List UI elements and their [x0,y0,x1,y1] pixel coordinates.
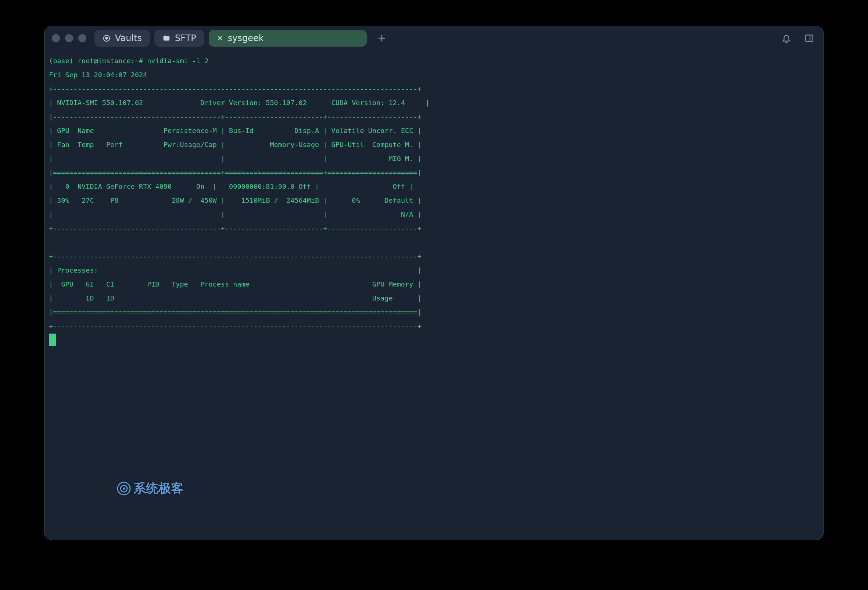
hdr-mig: MIG M. [388,155,413,162]
proc-cols-2: ID ID Usage [53,294,417,302]
minimize-window-button[interactable] [65,34,73,42]
hdr-perf: Perf [106,141,123,148]
gpu-disp: Off [298,183,310,190]
timestamp: Fri Sep 13 20:04:07 2024 [49,71,147,79]
smi-cuda: CUDA Version: 12.4 [331,99,405,106]
hdr-mem: Memory-Usage [270,141,319,148]
gpu-pwr-cap: 450W [200,196,217,204]
hdr-bus: Bus-Id [229,127,254,134]
new-tab-button[interactable] [375,31,389,45]
hdr-fan: Fan [57,141,69,148]
gpu-idx: 0 [65,183,69,190]
hdr-pwr: Pwr:Usage/Cap [164,141,217,148]
gpu-bus: 00000000:81:00.0 [229,183,294,190]
hdr-gpuutil: GPU-Util [331,141,364,148]
svg-rect-2 [806,35,813,41]
notifications-button[interactable] [779,31,794,46]
panel-toggle-button[interactable] [802,31,817,46]
close-tab-icon[interactable] [217,35,223,41]
gpu-compute: Default [384,196,413,204]
gpu-ecc: Off [393,183,405,190]
titlebar: Vaults SFTP sysgeek [44,26,824,50]
vaults-icon [103,34,111,42]
tab-label: SFTP [175,33,196,43]
tab-sftp[interactable]: SFTP [154,30,204,47]
gpu-name: NVIDIA GeForce RTX 4090 [78,183,171,190]
tab-label: sysgeek [228,33,264,43]
proc-cols-1: GPU GI CI PID Type Process name GPU Memo… [53,280,417,288]
maximize-window-button[interactable] [78,34,86,42]
window-controls [52,34,86,42]
gpu-mem-used: 1510MiB [241,196,270,204]
gpu-persist: On [196,183,204,190]
smi-driver: Driver Version: 550.107.02 [200,99,307,106]
gpu-mig: N/A [401,211,413,218]
hdr-temp: Temp [78,141,94,148]
smi-version: NVIDIA-SMI 550.107.02 [57,99,143,106]
gpu-perf: P8 [110,196,118,204]
prompt: (base) root@instance:~# [49,57,147,65]
svg-point-1 [105,37,108,39]
gpu-temp: 27C [81,196,94,204]
gpu-util: 0% [352,196,360,204]
cursor [49,333,56,346]
gpu-pwr-usage: 28W [171,196,184,204]
terminal-output[interactable]: (base) root@instance:~# nvidia-smi -l 2 … [44,50,824,540]
hdr-disp: Disp.A [294,127,319,134]
hdr-volatile: Volatile Uncorr. ECC [331,127,413,134]
close-window-button[interactable] [52,34,60,42]
folder-icon [162,34,171,42]
tab-vaults[interactable]: Vaults [94,30,150,47]
hdr-compute: Compute M. [372,141,413,148]
terminal-window: Vaults SFTP sysgeek [44,26,824,540]
gpu-fan: 30% [57,196,69,204]
tab-label: Vaults [115,33,142,43]
hdr-persist: Persistence-M [164,127,217,134]
hdr-gpu-name: GPU Name [57,127,94,134]
proc-hdr: Processes: [57,266,98,274]
command: nvidia-smi -l 2 [147,57,208,65]
gpu-mem-total: 24564MiB [286,196,319,204]
tab-active[interactable]: sysgeek [209,30,367,47]
